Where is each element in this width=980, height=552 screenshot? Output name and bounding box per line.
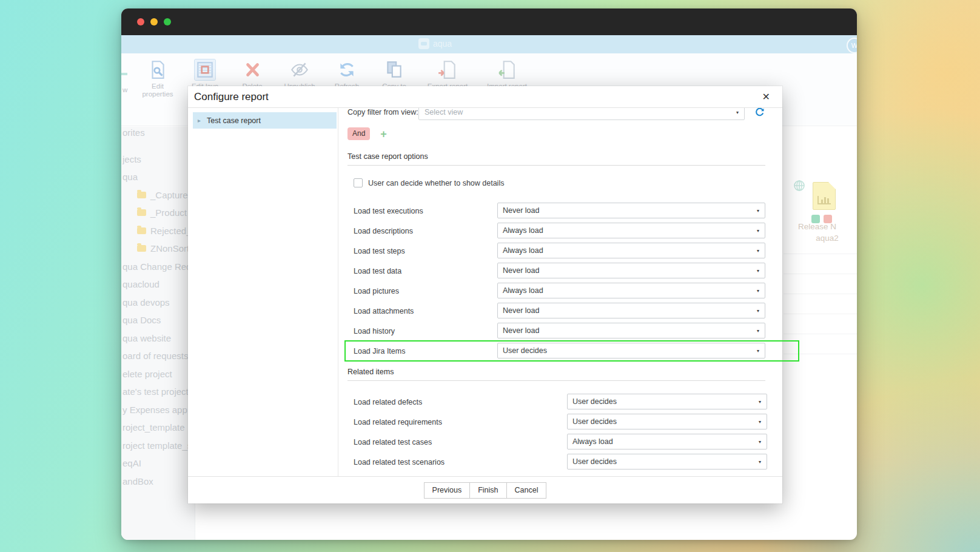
report-title-line1: Release N — [798, 222, 856, 231]
dialog-header: Configure report ✕ — [188, 86, 782, 108]
load-test-data-dropdown[interactable]: Never load▾ — [497, 263, 765, 278]
edit-layout-icon — [195, 59, 215, 80]
and-operator-badge[interactable]: And — [347, 127, 370, 140]
chevron-down-icon: ▾ — [757, 288, 759, 294]
dialog-body: ▸ Test case report Copy filter from view… — [188, 108, 782, 476]
option-label: Load attachments — [354, 307, 414, 315]
load-related-test-scenarios-dropdown[interactable]: User decides▾ — [567, 454, 767, 470]
dropdown-value: Always load — [572, 437, 613, 446]
edit-properties-button[interactable]: Edit properties — [138, 59, 177, 98]
dialog-title: Configure report — [194, 91, 269, 103]
chevron-down-icon: ▾ — [759, 439, 761, 445]
load-test-steps-dropdown[interactable]: Always load▾ — [497, 243, 765, 258]
finish-button[interactable]: Finish — [469, 482, 506, 499]
nav-item-label: Test case report — [207, 116, 261, 125]
options-section-title: Test case report options — [347, 152, 782, 161]
partial-toolbar-icon — [121, 73, 127, 75]
row-load-history: Load history Never load▾ — [347, 321, 782, 341]
load-related-requirements-dropdown[interactable]: User decides▾ — [567, 414, 767, 429]
chevron-down-icon: ▾ — [757, 348, 759, 354]
chevron-right-icon: ▸ — [198, 117, 201, 124]
dropdown-value: Always load — [503, 226, 543, 235]
options-rows: Load test executions Never load▾ Load de… — [347, 201, 782, 361]
close-traffic-light[interactable] — [137, 18, 144, 25]
row-load-related-test-cases: Load related test cases Always load▾ — [347, 432, 782, 452]
partial-toolbar-label: w — [122, 86, 127, 93]
chevron-down-icon: ▾ — [757, 308, 759, 314]
option-label: Load related requirements — [354, 418, 442, 426]
sidebar-item-label: _Product — [150, 207, 187, 218]
chevron-down-icon: ▾ — [757, 228, 759, 234]
load-pictures-dropdown[interactable]: Always load▾ — [497, 283, 765, 298]
option-label: Load test executions — [354, 207, 423, 215]
nav-item-test-case-report[interactable]: ▸ Test case report — [193, 112, 337, 129]
user-decide-checkbox-row: User can decide whether to show details — [347, 178, 782, 187]
window-titlebar — [121, 8, 857, 35]
chevron-down-icon: ▾ — [757, 268, 759, 274]
row-load-jira-items: Load Jira Items User decides▾ — [347, 341, 782, 361]
chevron-down-icon: ▾ — [736, 109, 739, 115]
row-load-related-requirements: Load related requirements User decides▾ — [347, 412, 782, 432]
copy-filter-label: Copy filter from view: — [347, 108, 418, 116]
folder-icon — [137, 209, 146, 216]
macos-window: aqua W w Act Edit properties Edit layo — [121, 8, 857, 540]
refresh-icon — [337, 59, 357, 80]
load-descriptions-dropdown[interactable]: Always load▾ — [497, 223, 765, 238]
dialog-main: Copy filter from view: Select view ▾ And… — [338, 108, 782, 476]
load-related-test-cases-dropdown[interactable]: Always load▾ — [567, 434, 767, 449]
row-load-test-executions: Load test executions Never load▾ — [347, 201, 782, 221]
dialog-nav: ▸ Test case report — [188, 108, 338, 476]
load-history-dropdown[interactable]: Never load▾ — [497, 323, 765, 338]
add-filter-icon[interactable]: + — [380, 129, 387, 140]
row-load-related-test-scenarios: Load related test scenarios User decides… — [347, 452, 782, 472]
option-label: Load pictures — [354, 287, 399, 295]
row-load-attachments: Load attachments Never load▾ — [347, 301, 782, 321]
refresh-filter-icon[interactable] — [754, 107, 765, 117]
dropdown-value: Never load — [503, 266, 539, 275]
sidebar-item-label: _Capture — [150, 190, 188, 200]
option-label: Load test data — [354, 267, 401, 275]
app-header: aqua W — [121, 35, 857, 53]
load-test-executions-dropdown[interactable]: Never load▾ — [497, 203, 765, 218]
row-load-related-defects: Load related defects User decides▾ — [347, 392, 782, 412]
option-label: Load descriptions — [354, 227, 413, 235]
option-label: Load related test cases — [354, 438, 432, 446]
option-label: Load history — [354, 327, 395, 335]
report-title-line2: aqua2 — [798, 234, 856, 243]
edit-properties-icon — [147, 59, 168, 80]
load-attachments-dropdown[interactable]: Never load▾ — [497, 303, 765, 318]
related-section-title: Related items — [347, 368, 782, 376]
user-decide-checkbox[interactable] — [354, 178, 363, 187]
previous-button[interactable]: Previous — [424, 482, 471, 499]
aqua-logo: aqua — [418, 38, 452, 49]
related-rows: Load related defects User decides▾ Load … — [347, 392, 782, 472]
chevron-down-icon: ▾ — [759, 399, 761, 405]
zoom-traffic-light[interactable] — [164, 18, 171, 25]
chevron-down-icon: ▾ — [757, 328, 759, 334]
chevron-down-icon: ▾ — [757, 248, 759, 254]
load-related-defects-dropdown[interactable]: User decides▾ — [567, 394, 767, 409]
option-label: Load related defects — [354, 398, 422, 406]
globe-icon — [793, 180, 805, 194]
row-load-descriptions: Load descriptions Always load▾ — [347, 221, 782, 241]
dropdown-value: Never load — [503, 206, 539, 215]
row-load-test-steps: Load test steps Always load▾ — [347, 241, 782, 261]
dialog-footer: Previous Finish Cancel — [188, 476, 782, 503]
dropdown-value: Never load — [503, 306, 539, 315]
filter-operator-row: And + — [347, 127, 782, 140]
report-document-icon[interactable] — [813, 182, 836, 210]
cancel-button[interactable]: Cancel — [506, 482, 547, 499]
chevron-down-icon: ▾ — [757, 208, 759, 214]
aqua-logo-icon — [418, 38, 429, 49]
section-divider — [347, 380, 765, 381]
row-load-pictures: Load pictures Always load▾ — [347, 281, 782, 301]
user-avatar[interactable]: W — [847, 38, 857, 53]
close-icon[interactable]: ✕ — [762, 92, 774, 102]
load-jira-items-dropdown[interactable]: User decides▾ — [497, 343, 765, 358]
folder-icon — [137, 227, 146, 234]
user-decide-checkbox-label: User can decide whether to show details — [368, 179, 504, 187]
section-divider — [347, 165, 765, 166]
unpublish-icon — [289, 59, 310, 80]
minimize-traffic-light[interactable] — [150, 18, 158, 25]
dropdown-value: User decides — [572, 457, 617, 466]
